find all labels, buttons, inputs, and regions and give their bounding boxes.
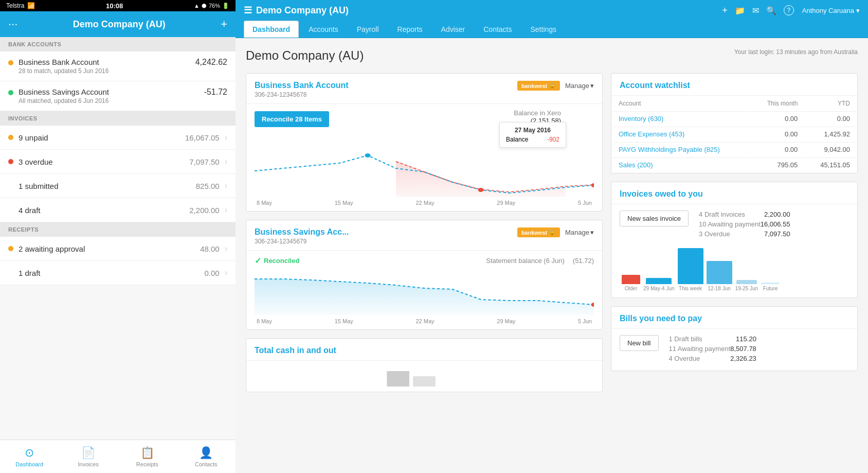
- add-icon[interactable]: +: [221, 17, 227, 31]
- invoice-item-overdue[interactable]: 3 overdue 7,097.50 ›: [0, 150, 236, 174]
- new-sales-invoice-button[interactable]: New sales invoice: [620, 211, 689, 226]
- inv-dot-yellow: [8, 135, 13, 140]
- bar-wrapper-5: 19-25 Jun: [735, 280, 758, 291]
- nav-receipts[interactable]: 📋 Receipts: [118, 440, 177, 473]
- user-dropdown-icon[interactable]: ▾: [856, 7, 860, 14]
- watchlist-header: Account watchlist: [611, 74, 857, 96]
- inv-arrow-unpaid: ›: [225, 133, 227, 142]
- menu-hamburger-icon[interactable]: ☰: [244, 5, 252, 16]
- receipts-nav-icon: 📋: [140, 446, 154, 460]
- receipt-item-approval[interactable]: 2 awaiting approval 48.00 ›: [0, 237, 236, 261]
- savings-card-title: Business Savings Acc...: [255, 227, 349, 237]
- bar-19jun: [736, 280, 757, 284]
- bank-card-subtitle: 306-234-12345678: [255, 91, 349, 98]
- savings-card-subtitle: 306-234-12345679: [255, 238, 349, 245]
- invoices-owed-card: Invoices owed to you New sales invoice 4…: [611, 182, 858, 298]
- bills-header: Bills you need to pay: [611, 307, 857, 329]
- battery-icon: 🔋: [222, 3, 229, 9]
- bill-overdue-row: 4 Overdue 2,326.23: [669, 355, 756, 362]
- bank-card-header: Business Bank Account 306-234-12345678 b…: [246, 74, 602, 104]
- folder-icon[interactable]: 📁: [735, 6, 745, 15]
- bankwest-badge: bankwest 🔒: [517, 81, 560, 91]
- watchlist-row-2[interactable]: Office Expenses (453) 0.00 1,425.92: [612, 127, 856, 141]
- bar-wrapper-1: Older: [622, 275, 640, 291]
- watchlist-row-3[interactable]: PAYG Withholdings Payable (825) 0.00 9,0…: [612, 142, 856, 156]
- bank-name-2: Business Savings Account: [19, 87, 199, 96]
- savings-balance-row: Statement balance (6 Jun) (51.72): [486, 257, 594, 265]
- dashboard-nav-icon: ⊙: [25, 446, 34, 460]
- desktop-topbar: ☰ Demo Company (AU) + 📁 ✉ 🔍 ? Anthony Ca…: [236, 0, 868, 21]
- manage-chevron: ▾: [590, 82, 594, 90]
- reconcile-button[interactable]: Reconcile 28 Items: [255, 111, 329, 127]
- bank-account-item-2[interactable]: Business Savings Account All matched, up…: [0, 81, 236, 111]
- inv-arrow-overdue: ›: [225, 157, 227, 166]
- watchlist-row-4[interactable]: Sales (200) 795.05 45,151.05: [612, 157, 856, 172]
- axis-label-4: 29 May: [497, 200, 515, 206]
- help-icon[interactable]: ?: [784, 5, 794, 15]
- savings-chart-area: ✓ Reconciled Statement balance (6 Jun) (…: [246, 251, 602, 329]
- watchlist-ytd-1: 0.00: [805, 111, 856, 126]
- tab-dashboard[interactable]: Dashboard: [244, 21, 299, 38]
- watchlist-row-1[interactable]: Inventory (630) 0.00 0.00: [612, 111, 856, 126]
- watchlist-table: Account This month YTD Inventory (630) 0…: [611, 96, 857, 173]
- nav-contacts-label: Contacts: [195, 461, 217, 467]
- invoices-owed-title: Invoices owed to you: [620, 189, 703, 199]
- savings-status-row: ✓ Reconciled Statement balance (6 Jun) (…: [255, 256, 594, 266]
- nav-dashboard[interactable]: ⊙ Dashboard: [0, 440, 59, 473]
- watchlist-thismonth-3: 0.00: [752, 142, 804, 156]
- mail-icon[interactable]: ✉: [752, 6, 759, 15]
- invoice-item-unpaid[interactable]: 9 unpaid 16,067.05 ›: [0, 126, 236, 150]
- invoice-item-draft[interactable]: 4 draft 2,200.00 ›: [0, 198, 236, 222]
- tab-settings[interactable]: Settings: [521, 21, 565, 38]
- tab-reports[interactable]: Reports: [389, 21, 431, 38]
- new-bill-button[interactable]: New bill: [620, 335, 659, 351]
- add-topbar-icon[interactable]: +: [722, 5, 728, 16]
- last-login: Your last login: 13 minutes ago from Aus…: [734, 48, 858, 56]
- bills-title: Bills you need to pay: [620, 314, 702, 323]
- nav-invoices[interactable]: 📄 Invoices: [59, 440, 118, 473]
- savings-account-card: Business Savings Acc... 306-234-12345679…: [246, 220, 603, 330]
- savings-chart-axis: 8 May 15 May 22 May 29 May 5 Jun: [255, 318, 594, 324]
- inv-arrow-submitted: ›: [225, 181, 227, 190]
- savings-manage-button[interactable]: Manage ▾: [565, 229, 594, 236]
- nav-contacts[interactable]: 👤 Contacts: [177, 440, 236, 473]
- reconciled-check-icon: ✓: [255, 256, 261, 266]
- tab-adviser[interactable]: Adviser: [432, 21, 474, 38]
- bills-card: Bills you need to pay New bill 1 Draft b…: [611, 306, 858, 371]
- bank-card-header-left: Business Bank Account 306-234-12345678: [255, 81, 349, 98]
- reconciled-badge: ✓ Reconciled: [255, 256, 299, 266]
- bank-amount-1: 4,242.62: [195, 58, 227, 67]
- menu-icon[interactable]: ···: [8, 17, 17, 31]
- statement-balance-amount: (51.72): [573, 257, 594, 265]
- search-icon[interactable]: 🔍: [766, 6, 776, 15]
- svg-point-2: [478, 188, 484, 192]
- receipt-amount-approval: 48.00: [200, 244, 220, 253]
- invoices-summary: 4 Draft invoices 2,200.00 10 Awaiting pa…: [699, 211, 790, 240]
- tab-accounts[interactable]: Accounts: [300, 21, 347, 38]
- location-icon: ▲: [194, 3, 200, 9]
- savings-card-header: Business Savings Acc... 306-234-12345679…: [246, 220, 602, 251]
- watchlist-ytd-2: 1,425.92: [805, 127, 856, 141]
- bank-account-item-1[interactable]: Business Bank Account 28 to match, updat…: [0, 51, 236, 81]
- nav-invoices-label: Invoices: [78, 461, 99, 467]
- axis-label-5: 5 Jun: [578, 200, 592, 206]
- bank-info-2: Business Savings Account All matched, up…: [19, 87, 199, 104]
- manage-button[interactable]: Manage ▾: [565, 82, 594, 90]
- total-cash-header: Total cash in and out: [246, 339, 602, 361]
- desktop-content: Demo Company (AU) Your last login: 13 mi…: [236, 38, 868, 473]
- watchlist-thismonth-1: 0.00: [752, 111, 804, 126]
- savings-axis-2: 15 May: [335, 318, 353, 324]
- bank-sub-2: All matched, updated 6 Jun 2016: [19, 97, 199, 104]
- receipt-item-draft[interactable]: 1 draft 0.00 ›: [0, 261, 236, 285]
- tab-contacts[interactable]: Contacts: [475, 21, 520, 38]
- inv-label-unpaid: 9 unpaid: [19, 133, 180, 142]
- savings-bankwest-text: bankwest: [521, 230, 547, 236]
- invoices-owed-top: New sales invoice 4 Draft invoices 2,200…: [620, 211, 849, 240]
- invoice-item-submitted[interactable]: 1 submitted 825.00 ›: [0, 174, 236, 198]
- bill-draft-row: 1 Draft bills 115.20: [669, 335, 756, 343]
- svg-rect-7: [413, 376, 436, 387]
- bank-sub-1: 28 to match, updated 5 Jun 2016: [19, 67, 190, 75]
- page-title: Demo Company (AU): [246, 48, 364, 63]
- tab-payroll[interactable]: Payroll: [348, 21, 388, 38]
- status-time: 10:08: [106, 2, 123, 10]
